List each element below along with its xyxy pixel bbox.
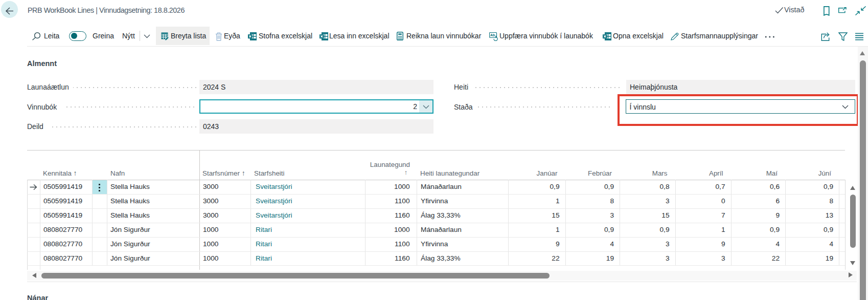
svg-text:Ab: Ab (490, 33, 495, 37)
